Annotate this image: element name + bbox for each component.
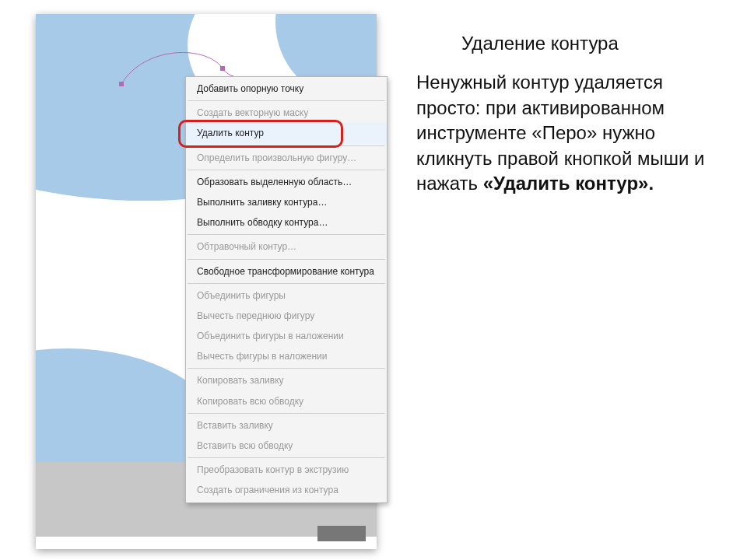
menu-create-constraint[interactable]: Создать ограничения из контура xyxy=(186,480,387,500)
menu-fill-path[interactable]: Выполнить заливку контура… xyxy=(186,192,387,212)
menu-separator xyxy=(188,413,385,414)
menu-define-custom-shape[interactable]: Определить произвольную фигуру… xyxy=(186,148,387,168)
menu-make-selection[interactable]: Образовать выделенную область… xyxy=(186,172,387,192)
menu-paste-fill[interactable]: Вставить заливку xyxy=(186,415,387,436)
menu-copy-fill[interactable]: Копировать заливку xyxy=(186,370,387,390)
menu-free-transform-path[interactable]: Свободное трансформирование контура xyxy=(186,261,387,282)
menu-clipping-path[interactable]: Обтравочный контур… xyxy=(186,236,387,257)
menu-separator xyxy=(188,283,385,284)
body-text-bold: «Удалить контур». xyxy=(483,173,654,194)
menu-copy-stroke[interactable]: Копировать всю обводку xyxy=(186,391,387,411)
menu-combine-shapes[interactable]: Объединить фигуры xyxy=(186,285,387,306)
menu-separator xyxy=(188,145,385,146)
menu-intersect-overlap[interactable]: Объединить фигуры в наложении xyxy=(186,326,387,346)
menu-subtract-front-shape[interactable]: Вычесть переднюю фигуру xyxy=(186,306,387,326)
statusbar-tab xyxy=(317,526,366,541)
context-menu: Добавить опорную точку Создать векторную… xyxy=(185,76,388,503)
body-text: Ненужный контур удаляется просто: при ак… xyxy=(416,70,729,196)
svg-rect-0 xyxy=(119,82,124,86)
menu-delete-path[interactable]: Удалить контур xyxy=(186,123,387,143)
svg-rect-1 xyxy=(220,66,225,71)
menu-separator xyxy=(188,234,385,235)
menu-separator xyxy=(188,259,385,260)
menu-separator xyxy=(188,170,385,170)
photoshop-screenshot-panel: Добавить опорную точку Создать векторную… xyxy=(36,14,377,549)
menu-separator xyxy=(188,368,385,369)
menu-create-vector-mask[interactable]: Создать векторную маску xyxy=(186,103,387,123)
explanation-text-column: Удаление контура Ненужный контур удаляет… xyxy=(416,31,729,196)
heading: Удаление контура xyxy=(461,31,729,56)
menu-separator xyxy=(188,100,385,101)
menu-extrude-path[interactable]: Преобразовать контур в экструзию xyxy=(186,460,387,480)
menu-paste-stroke[interactable]: Вставить всю обводку xyxy=(186,436,387,456)
menu-separator xyxy=(188,457,385,458)
menu-add-anchor-point[interactable]: Добавить опорную точку xyxy=(186,79,387,99)
menu-stroke-path[interactable]: Выполнить обводку контура… xyxy=(186,212,387,233)
menu-exclude-overlap[interactable]: Вычесть фигуры в наложении xyxy=(186,346,387,366)
